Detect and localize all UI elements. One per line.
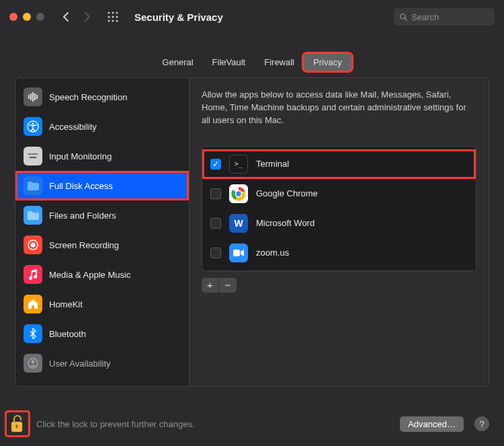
terminal-icon: >_ [229,155,248,174]
svg-rect-12 [30,94,32,100]
sidebar-item-files-and-folders[interactable]: Files and Folders [15,200,189,230]
tab-firewall[interactable]: Firewall [255,54,304,71]
tab-general[interactable]: General [153,54,202,71]
lock-button[interactable] [7,412,28,435]
app-row-word[interactable]: W Microsoft Word [202,209,476,238]
sidebar-item-label: Bluetooth [49,329,86,339]
list-controls: + − [202,278,476,293]
footer: Click the lock to prevent further change… [0,404,504,446]
svg-point-26 [31,243,36,248]
sidebar-item-label: Screen Recording [49,240,119,250]
app-label: zoom.us [256,248,289,258]
tab-bar: General FileVault Firewall Privacy [0,54,504,71]
folder-icon [24,176,42,195]
window-title: Security & Privacy [134,11,223,23]
app-label: Microsoft Word [256,218,314,228]
unlock-icon [8,414,26,434]
svg-rect-19 [28,153,30,155]
sidebar-item-label: Accessibility [49,122,97,132]
window-controls [9,13,44,21]
sidebar-item-label: Input Monitoring [49,151,112,161]
svg-point-7 [112,20,114,22]
svg-rect-14 [34,94,36,100]
folder-icon [24,206,42,225]
svg-point-4 [112,16,114,18]
word-icon: W [229,214,248,233]
svg-point-2 [116,12,118,14]
add-app-button[interactable]: + [202,278,219,293]
svg-line-10 [405,18,407,20]
tab-filevault[interactable]: FileVault [203,54,255,71]
home-icon [24,295,42,313]
app-row-zoom[interactable]: zoom.us [202,238,476,268]
zoom-window-button[interactable] [36,13,44,21]
svg-rect-22 [34,153,36,155]
titlebar: Security & Privacy [0,0,504,34]
remove-app-button[interactable]: − [219,278,237,293]
sidebar-item-label: Speech Recognition [49,92,127,102]
sidebar-item-homekit[interactable]: HomeKit [15,289,189,319]
keyboard-icon [24,147,42,165]
svg-point-3 [108,16,110,18]
app-list: >_ Terminal Google Chrome W Microsoft Wo… [202,146,476,271]
svg-rect-11 [28,95,30,99]
svg-point-28 [32,361,34,363]
close-window-button[interactable] [9,13,17,21]
zoom-icon [229,244,248,262]
sidebar-item-input-monitoring[interactable]: Input Monitoring [15,141,189,171]
sidebar-item-full-disk-access[interactable]: Full Disk Access [15,171,189,200]
app-label: Terminal [256,159,289,169]
sidebar-item-label: Full Disk Access [49,181,113,191]
speech-icon [24,87,42,106]
checkbox-chrome[interactable] [210,188,221,199]
app-row-chrome[interactable]: Google Chrome [202,179,476,209]
sidebar-item-label: Files and Folders [49,211,116,221]
search-icon [399,13,408,22]
app-label: Google Chrome [256,188,318,198]
checkbox-zoom[interactable] [210,248,221,258]
svg-rect-15 [36,95,38,99]
svg-rect-21 [32,153,34,155]
svg-rect-20 [30,153,32,155]
chrome-icon [229,184,248,203]
show-all-button[interactable] [105,9,121,25]
svg-point-8 [116,20,118,22]
search-input[interactable] [411,12,489,22]
svg-rect-33 [233,250,240,256]
search-field[interactable] [394,8,495,26]
tab-privacy[interactable]: Privacy [304,54,351,71]
checkbox-terminal[interactable] [210,159,221,170]
svg-point-5 [116,16,118,18]
svg-rect-18 [27,152,39,160]
advanced-button[interactable]: Advanced… [400,416,464,432]
music-icon [24,265,42,284]
checkbox-word[interactable] [210,218,221,229]
sidebar-item-bluetooth[interactable]: Bluetooth [15,319,189,348]
back-button[interactable] [58,9,74,25]
svg-rect-13 [32,92,34,102]
sidebar-item-label: User Availability [49,359,111,369]
bluetooth-icon [24,324,42,343]
sidebar-item-label: Media & Apple Music [49,270,130,280]
app-row-terminal[interactable]: >_ Terminal [202,149,476,179]
record-icon [24,235,42,254]
content-description: Allow the apps below to access data like… [202,89,476,127]
sidebar-item-speech-recognition[interactable]: Speech Recognition [15,82,189,112]
svg-point-6 [108,20,110,22]
help-button[interactable]: ? [474,416,489,431]
sidebar-item-screen-recording[interactable]: Screen Recording [15,230,189,260]
svg-point-0 [108,12,110,14]
sidebar-item-media-apple-music[interactable]: Media & Apple Music [15,260,189,289]
availability-icon [24,354,42,373]
sidebar-item-accessibility[interactable]: Accessibility [15,112,189,141]
minimize-window-button[interactable] [23,13,31,21]
main-panel: Speech Recognition Accessibility Input M… [15,77,489,387]
privacy-sidebar[interactable]: Speech Recognition Accessibility Input M… [15,77,190,387]
svg-point-17 [32,122,34,124]
content-pane: Allow the apps below to access data like… [190,77,489,387]
accessibility-icon [24,117,42,136]
forward-button[interactable] [79,9,95,25]
svg-rect-23 [36,153,38,155]
svg-rect-37 [16,426,17,429]
sidebar-item-user-availability[interactable]: User Availability [15,348,189,378]
